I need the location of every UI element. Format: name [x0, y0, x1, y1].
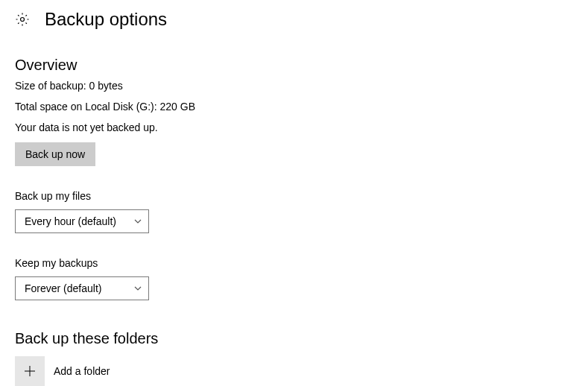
- frequency-select-value: Every hour (default): [25, 215, 116, 227]
- gear-icon: [15, 12, 30, 27]
- frequency-group: Back up my files Every hour (default): [15, 190, 573, 233]
- svg-point-0: [21, 18, 25, 22]
- backup-status-text: Your data is not yet backed up.: [15, 121, 573, 133]
- retention-select-value: Forever (default): [25, 282, 101, 294]
- add-folder-button[interactable]: Add a folder: [15, 356, 573, 386]
- chevron-down-icon: [133, 217, 142, 226]
- retention-label: Keep my backups: [15, 257, 573, 269]
- page-title: Backup options: [45, 9, 167, 30]
- frequency-select[interactable]: Every hour (default): [15, 209, 149, 233]
- retention-select[interactable]: Forever (default): [15, 276, 149, 300]
- retention-group: Keep my backups Forever (default): [15, 257, 573, 300]
- backup-size-text: Size of backup: 0 bytes: [15, 80, 573, 92]
- folders-heading: Back up these folders: [15, 330, 573, 347]
- page-header: Backup options: [15, 9, 573, 30]
- chevron-down-icon: [133, 284, 142, 293]
- add-folder-label: Add a folder: [54, 365, 110, 377]
- backup-now-button[interactable]: Back up now: [15, 142, 95, 166]
- total-space-text: Total space on Local Disk (G:): 220 GB: [15, 101, 573, 113]
- frequency-label: Back up my files: [15, 190, 573, 202]
- overview-heading: Overview: [15, 57, 573, 74]
- plus-icon: [15, 356, 45, 386]
